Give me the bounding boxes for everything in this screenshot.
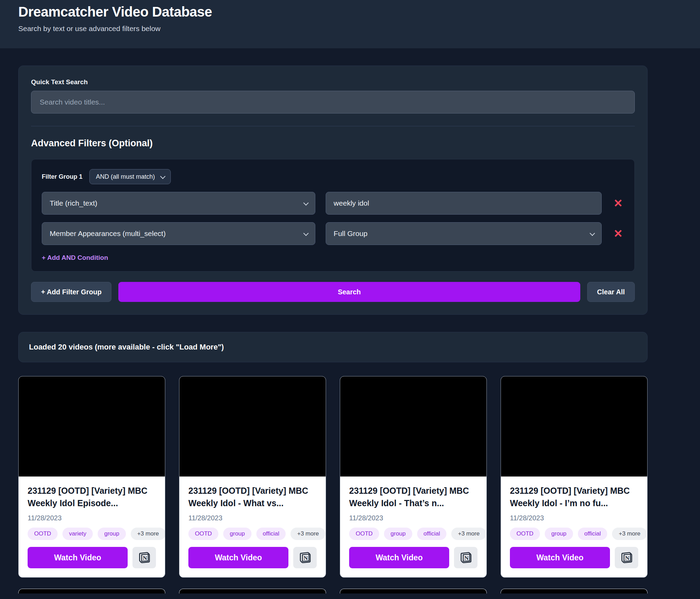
watch-video-button[interactable]: Watch Video xyxy=(188,547,288,568)
tag-list: OOTD group official +3 more xyxy=(188,528,317,540)
card-body: 231129 [OOTD] [Variety] MBC Weekly Idol … xyxy=(179,477,326,577)
filter-group-header: Filter Group 1 AND (all must match) xyxy=(42,169,624,184)
svg-text:N: N xyxy=(625,554,630,561)
video-thumbnail[interactable] xyxy=(340,589,487,593)
video-date: 11/28/2023 xyxy=(349,514,477,522)
card-body: 231129 [OOTD] [Variety] MBC Weekly Idol … xyxy=(19,477,165,577)
card-body: 231129 [OOTD] [Variety] MBC Weekly Idol … xyxy=(340,477,486,577)
card-actions: Watch Video N xyxy=(349,547,477,568)
search-input[interactable] xyxy=(31,91,635,114)
condition-row: Title (rich_text) ✕ xyxy=(42,192,624,215)
condition-field-select[interactable]: Title (rich_text) xyxy=(42,192,315,215)
more-tags-pill: +3 more xyxy=(290,528,325,540)
condition-row: Member Appearances (multi_select) Full G… xyxy=(42,222,624,245)
notion-icon: N xyxy=(298,551,312,564)
tag-pill: official xyxy=(578,528,608,540)
video-title: 231129 [OOTD] [Variety] MBC Weekly Idol … xyxy=(28,485,156,509)
tag-pill: group xyxy=(384,528,412,540)
chevron-down-icon xyxy=(303,230,309,236)
page-title: Dreamcatcher Video Database xyxy=(18,4,682,20)
remove-condition-button[interactable]: ✕ xyxy=(612,198,624,209)
tag-list: OOTD group official +3 more xyxy=(510,528,638,540)
notion-link-button[interactable]: N xyxy=(293,547,317,568)
page-subtitle: Search by text or use advanced filters b… xyxy=(18,24,682,33)
watch-video-button[interactable]: Watch Video xyxy=(349,547,449,568)
tag-pill: official xyxy=(417,528,447,540)
video-title: 231129 [OOTD] [Variety] MBC Weekly Idol … xyxy=(188,485,317,509)
condition-value-input[interactable] xyxy=(326,192,602,215)
notion-link-button[interactable]: N xyxy=(132,547,156,568)
results-status-bar: Loaded 20 videos (more available - click… xyxy=(18,332,648,362)
search-button[interactable]: Search xyxy=(118,282,580,302)
video-thumbnail[interactable] xyxy=(179,589,326,593)
video-card: 231129 [OOTD] [Variety] MBC Weekly Idol … xyxy=(179,376,326,578)
filter-actions: + Add Filter Group Search Clear All xyxy=(31,282,635,302)
tag-pill: group xyxy=(98,528,126,540)
condition-field-select[interactable]: Member Appearances (multi_select) xyxy=(42,222,315,245)
video-card: 231129 [OOTD] [Variety] MBC Weekly Idol … xyxy=(18,376,165,578)
tag-pill: group xyxy=(223,528,251,540)
tag-pill: group xyxy=(545,528,573,540)
chevron-down-icon xyxy=(590,230,595,236)
tag-pill: variety xyxy=(62,528,93,540)
watch-video-button[interactable]: Watch Video xyxy=(28,547,128,568)
filter-group-label: Filter Group 1 xyxy=(42,173,82,180)
svg-text:N: N xyxy=(464,554,469,561)
card-actions: Watch Video N xyxy=(510,547,638,568)
more-tags-pill: +3 more xyxy=(451,528,486,540)
condition-field-value: Title (rich_text) xyxy=(50,199,97,207)
tag-pill: OOTD xyxy=(28,528,58,540)
more-tags-pill: +3 more xyxy=(612,528,647,540)
remove-condition-button[interactable]: ✕ xyxy=(612,228,624,239)
svg-text:N: N xyxy=(304,554,308,561)
video-date: 11/28/2023 xyxy=(188,514,317,522)
video-card: 231129 [OOTD] [Variety] MBC Weekly Idol … xyxy=(501,376,648,578)
card-actions: Watch Video N xyxy=(188,547,317,568)
condition-value: Full Group xyxy=(334,229,367,238)
chevron-down-icon xyxy=(303,200,309,206)
video-title: 231129 [OOTD] [Variety] MBC Weekly Idol … xyxy=(510,485,638,509)
notion-icon: N xyxy=(620,551,633,564)
notion-icon: N xyxy=(459,551,473,564)
video-thumbnail[interactable] xyxy=(18,589,165,593)
card-body: 231129 [OOTD] [Variety] MBC Weekly Idol … xyxy=(501,477,647,577)
tag-list: OOTD variety group +3 more xyxy=(28,528,156,540)
app-header: Dreamcatcher Video Database Search by te… xyxy=(0,0,700,48)
condition-value-select[interactable]: Full Group xyxy=(326,222,602,245)
add-and-condition-link[interactable]: + Add AND Condition xyxy=(42,254,108,262)
video-grid: 231129 [OOTD] [Variety] MBC Weekly Idol … xyxy=(18,376,648,578)
video-date: 11/28/2023 xyxy=(510,514,638,522)
section-divider xyxy=(31,126,635,126)
video-thumbnail[interactable] xyxy=(501,376,647,477)
video-title: 231129 [OOTD] [Variety] MBC Weekly Idol … xyxy=(349,485,477,509)
clear-all-button[interactable]: Clear All xyxy=(587,282,635,302)
notion-icon: N xyxy=(137,551,151,564)
watch-video-button[interactable]: Watch Video xyxy=(510,547,610,568)
tag-list: OOTD group official +3 more xyxy=(349,528,477,540)
tag-pill: OOTD xyxy=(349,528,379,540)
card-actions: Watch Video N xyxy=(28,547,156,568)
filter-group-panel: Filter Group 1 AND (all must match) Titl… xyxy=(31,159,635,272)
match-mode-select[interactable]: AND (all must match) xyxy=(89,169,171,184)
page-content: Quick Text Search Advanced Filters (Opti… xyxy=(18,66,648,593)
video-grid-next-row xyxy=(18,589,648,593)
chevron-down-icon xyxy=(160,174,166,179)
notion-link-button[interactable]: N xyxy=(615,547,638,568)
svg-text:N: N xyxy=(143,554,147,561)
video-date: 11/28/2023 xyxy=(28,514,156,522)
video-thumbnail[interactable] xyxy=(501,589,648,593)
notion-link-button[interactable]: N xyxy=(454,547,477,568)
video-thumbnail[interactable] xyxy=(19,376,165,477)
quick-search-label: Quick Text Search xyxy=(31,78,635,86)
video-thumbnail[interactable] xyxy=(340,376,486,477)
more-tags-pill: +3 more xyxy=(131,528,165,540)
condition-field-value: Member Appearances (multi_select) xyxy=(50,229,166,238)
add-filter-group-button[interactable]: + Add Filter Group xyxy=(31,282,111,302)
match-mode-value: AND (all must match) xyxy=(96,173,155,180)
search-panel: Quick Text Search Advanced Filters (Opti… xyxy=(18,66,648,315)
tag-pill: official xyxy=(256,528,286,540)
video-card: 231129 [OOTD] [Variety] MBC Weekly Idol … xyxy=(340,376,487,578)
tag-pill: OOTD xyxy=(510,528,540,540)
tag-pill: OOTD xyxy=(188,528,218,540)
video-thumbnail[interactable] xyxy=(179,376,326,477)
